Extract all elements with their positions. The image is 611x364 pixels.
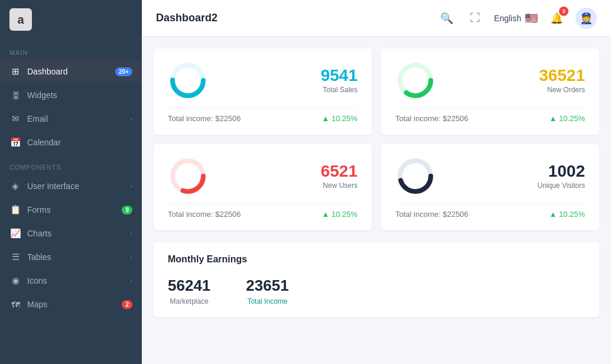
new-users-card: 6521 New Users Total income: $22506 ▲ 10… (154, 144, 372, 230)
sidebar-item-label: Email (27, 114, 130, 124)
new-users-trend: ▲ 10.25% (321, 210, 358, 219)
total-sales-donut (168, 60, 208, 100)
chevron-right-icon: › (130, 115, 132, 122)
main-section-label: Main (0, 40, 142, 60)
monthly-stats: 56241 Marketplace 23651 Total Income (168, 277, 585, 306)
new-orders-number: 36521 (539, 67, 585, 85)
total-sales-label: Total Sales (323, 86, 358, 94)
sidebar-item-label: User Interface (27, 181, 130, 191)
sidebar-logo: a (0, 0, 142, 40)
sidebar-item-dashboard[interactable]: ⊞ Dashboard 20+ (0, 60, 142, 83)
icons-icon: ◉ (9, 275, 21, 287)
sidebar-item-label: Widgets (27, 90, 132, 100)
tables-icon: ☰ (9, 251, 21, 263)
card-info: 9541 Total Sales (220, 67, 358, 95)
total-sales-income: Total income: $22506 (168, 114, 241, 123)
chevron-right-icon: › (130, 230, 132, 237)
total-income-stat: 23651 Total Income (246, 277, 288, 306)
chevron-right-icon: › (130, 254, 132, 261)
monthly-earnings-section: Monthly Earnings 56241 Marketplace 23651… (154, 242, 599, 317)
unique-visitors-income: Total income: $22506 (395, 210, 469, 219)
card-info: 36521 New Orders (447, 67, 585, 95)
new-orders-label: New Orders (547, 86, 585, 94)
unique-visitors-trend: ▲ 10.25% (549, 210, 585, 219)
user-avatar[interactable]: 👮 (576, 8, 597, 29)
flag-icon: 🇺🇸 (525, 12, 538, 25)
unique-visitors-donut (395, 156, 436, 196)
total-sales-number: 9541 (321, 67, 358, 85)
total-income-number: 23651 (246, 277, 288, 295)
sidebar-item-calendar[interactable]: 📅 Calendar (0, 131, 142, 154)
unique-visitors-card: 1002 Unique Visitors Total income: $2250… (381, 144, 599, 230)
forms-badge: 9 (122, 206, 132, 214)
fullscreen-icon[interactable]: ⛶ (466, 9, 485, 28)
maps-icon: 🗺 (9, 298, 21, 310)
new-orders-income: Total income: $22506 (395, 114, 469, 123)
card-top: 36521 New Orders (395, 60, 585, 100)
notification-badge: 3 (559, 6, 568, 16)
new-users-donut (168, 156, 208, 196)
maps-badge: 2 (122, 300, 132, 309)
card-bottom: Total income: $22506 ▲ 10.25% (395, 203, 585, 219)
sidebar-item-icons[interactable]: ◉ Icons › (0, 269, 142, 292)
total-income-label: Total Income (246, 297, 288, 306)
new-orders-trend: ▲ 10.25% (549, 114, 585, 123)
components-section-label: Components (0, 154, 142, 174)
card-bottom: Total income: $22506 ▲ 10.25% (168, 203, 358, 219)
card-top: 9541 Total Sales (168, 60, 358, 100)
card-info: 6521 New Users (220, 162, 358, 190)
email-icon: ✉ (9, 113, 21, 125)
total-sales-card: 9541 Total Sales Total income: $22506 ▲ … (154, 48, 372, 135)
sidebar-item-label: Forms (27, 205, 122, 214)
new-orders-donut (395, 60, 436, 100)
sidebar-item-label: Charts (27, 229, 130, 238)
sidebar-item-label: Icons (27, 276, 130, 285)
card-top: 1002 Unique Visitors (395, 156, 585, 196)
notification-button[interactable]: 🔔 3 (547, 9, 566, 28)
charts-icon: 📈 (9, 228, 21, 239)
unique-visitors-number: 1002 (548, 162, 585, 181)
new-users-income: Total income: $22506 (168, 210, 241, 219)
forms-icon: 📋 (9, 204, 21, 216)
marketplace-label: Marketplace (168, 297, 210, 306)
language-selector[interactable]: English 🇺🇸 (494, 12, 538, 25)
sidebar-item-maps[interactable]: 🗺 Maps 2 (0, 292, 142, 316)
sidebar-item-label: Calendar (27, 138, 132, 147)
main-area: Dashboard2 🔍 ⛶ English 🇺🇸 🔔 3 👮 (142, 0, 611, 364)
sidebar-item-label: Dashboard (27, 67, 115, 76)
sidebar-item-forms[interactable]: 📋 Forms 9 (0, 198, 142, 222)
sidebar-item-label: Tables (27, 252, 130, 262)
dashboard-badge: 20+ (115, 67, 132, 76)
sidebar: a Main ⊞ Dashboard 20+ 🎛 Widgets ✉ Email… (0, 0, 142, 364)
unique-visitors-label: Unique Visitors (538, 181, 585, 190)
page-title: Dashboard2 (156, 12, 428, 24)
marketplace-stat: 56241 Marketplace (168, 277, 210, 306)
sidebar-item-email[interactable]: ✉ Email › (0, 107, 142, 131)
stats-grid: 9541 Total Sales Total income: $22506 ▲ … (154, 48, 599, 230)
card-bottom: Total income: $22506 ▲ 10.25% (395, 108, 585, 123)
widgets-icon: 🎛 (9, 89, 21, 101)
calendar-icon: 📅 (9, 136, 21, 148)
sidebar-item-label: Maps (27, 300, 122, 309)
card-bottom: Total income: $22506 ▲ 10.25% (168, 108, 358, 123)
chevron-right-icon: › (130, 277, 132, 284)
marketplace-number: 56241 (168, 277, 210, 295)
card-top: 6521 New Users (168, 156, 358, 196)
new-users-number: 6521 (321, 162, 358, 181)
card-info: 1002 Unique Visitors (447, 162, 585, 190)
monthly-earnings-title: Monthly Earnings (168, 254, 585, 265)
topbar: Dashboard2 🔍 ⛶ English 🇺🇸 🔔 3 👮 (142, 0, 611, 37)
content-area: 9541 Total Sales Total income: $22506 ▲ … (142, 37, 611, 364)
sidebar-item-charts[interactable]: 📈 Charts › (0, 222, 142, 245)
total-sales-trend: ▲ 10.25% (321, 114, 358, 123)
chevron-right-icon: › (130, 183, 132, 190)
user-interface-icon: ◈ (9, 180, 21, 192)
sidebar-item-user-interface[interactable]: ◈ User Interface › (0, 174, 142, 198)
sidebar-item-widgets[interactable]: 🎛 Widgets (0, 83, 142, 107)
dashboard-icon: ⊞ (9, 66, 21, 77)
new-orders-card: 36521 New Orders Total income: $22506 ▲ … (381, 48, 599, 135)
new-users-label: New Users (323, 181, 358, 190)
sidebar-item-tables[interactable]: ☰ Tables › (0, 245, 142, 269)
search-icon[interactable]: 🔍 (437, 9, 456, 28)
logo-icon: a (9, 8, 32, 31)
